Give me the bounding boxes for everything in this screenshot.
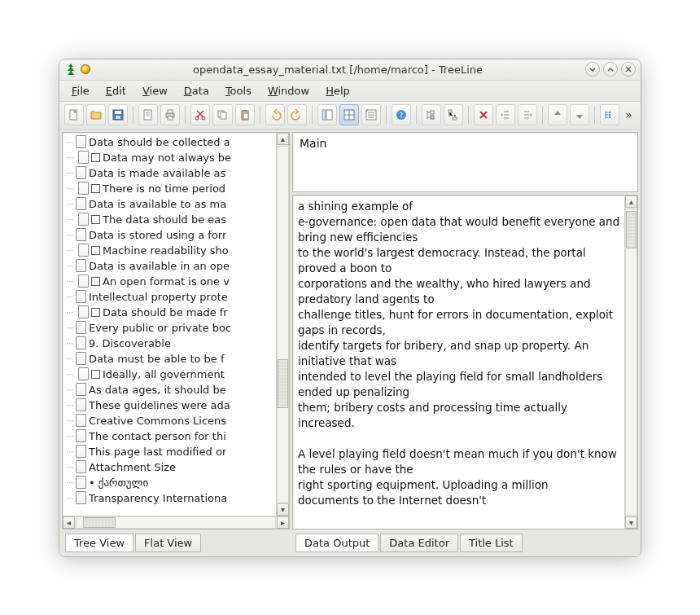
move-down-button[interactable] [570, 104, 589, 125]
pin-icon[interactable] [81, 64, 90, 74]
tree-row[interactable]: ⋯Data must be able to be f [66, 351, 274, 367]
tree-row[interactable]: ⋯Intellectual property prote [66, 289, 274, 305]
checkbox-icon [91, 308, 100, 317]
scroll-up-icon[interactable]: ▴ [277, 133, 289, 145]
scroll-down-icon[interactable]: ▾ [277, 503, 289, 516]
app-window: opendata_essay_material.txt [/home/marco… [59, 59, 641, 557]
tree-branch-icon: ⋯ [66, 150, 73, 165]
scroll-up-icon[interactable]: ▴ [625, 195, 637, 208]
tree-row[interactable]: ⋯Data is made available as [66, 165, 274, 181]
close-button[interactable] [621, 62, 636, 77]
tree-branch-icon: ⋯ [66, 181, 73, 196]
page-icon [76, 476, 86, 489]
tree-insert-sibling-button[interactable] [422, 104, 441, 125]
tree-row[interactable]: ⋯This page last modified or [66, 444, 274, 459]
indent-button[interactable] [518, 104, 537, 125]
menu-view[interactable]: View [135, 82, 175, 99]
scroll-right-icon[interactable]: ▸ [277, 516, 289, 529]
tree-row[interactable]: ⋯Machine readability sho [66, 243, 274, 258]
tree-row[interactable]: ⋯An open format is one v [66, 274, 274, 289]
tab-data-output[interactable]: Data Output [295, 534, 378, 552]
new-file-button[interactable] [64, 104, 84, 125]
tab-title-list[interactable]: Title List [460, 534, 523, 552]
tree-row[interactable]: ⋯Data is available to as ma [66, 196, 274, 212]
menu-file[interactable]: File [64, 82, 97, 99]
menu-help[interactable]: Help [318, 82, 357, 99]
menu-window[interactable]: Window [260, 82, 317, 99]
undo-button[interactable] [265, 104, 285, 125]
tree-row[interactable]: ⋯Data is available in an ope [66, 258, 274, 274]
tab-tree-view[interactable]: Tree View [65, 534, 133, 552]
scroll-left-icon[interactable]: ◂ [63, 516, 75, 529]
tree-row[interactable]: ⋯As data ages, it should be [66, 382, 274, 398]
configure-button[interactable] [600, 104, 619, 125]
cut-button[interactable] [190, 104, 210, 125]
minimize-button[interactable] [585, 62, 600, 77]
tree-horizontal-scrollbar[interactable]: ◂ ▸ [63, 516, 289, 529]
page-icon [78, 244, 89, 257]
tree-branch-icon: ⋯ [66, 413, 73, 428]
checkbox-icon [91, 370, 100, 379]
svg-rect-23 [431, 116, 434, 119]
scroll-thumb[interactable] [278, 359, 288, 408]
view-list-button[interactable] [361, 104, 381, 125]
scroll-thumb[interactable] [626, 211, 637, 248]
svg-rect-12 [221, 112, 226, 119]
page-icon [78, 182, 89, 195]
tree-row[interactable]: ⋯• ქართული [66, 475, 274, 490]
view-split-button[interactable] [339, 104, 359, 125]
scroll-track[interactable] [625, 209, 637, 516]
content-text[interactable]: a shining example of e-governance: open … [293, 195, 637, 529]
tree-row[interactable]: ⋯Transparency Internationa [66, 490, 274, 506]
tree-insert-child-button[interactable] [444, 104, 463, 125]
maximize-button[interactable] [603, 62, 618, 77]
tree-row[interactable]: ⋯The contact person for thi [66, 428, 274, 444]
svg-rect-14 [243, 110, 247, 112]
tree-row[interactable]: ⋯Data should be made fr [66, 305, 274, 320]
titlebar: opendata_essay_material.txt [/home/marco… [59, 59, 641, 81]
move-up-button[interactable] [548, 104, 567, 125]
tree-row[interactable]: ⋯There is no time period [66, 181, 274, 196]
scroll-down-icon[interactable]: ▾ [625, 516, 637, 529]
content-vertical-scrollbar[interactable]: ▴ ▾ [624, 195, 637, 529]
copy-button[interactable] [212, 104, 232, 125]
save-button[interactable] [108, 104, 128, 125]
tree-row[interactable]: ⋯Creative Commons Licens [66, 413, 274, 428]
paste-button[interactable] [235, 104, 255, 125]
open-file-button[interactable] [86, 104, 106, 125]
menu-edit[interactable]: Edit [98, 82, 133, 99]
toolbar-overflow-button[interactable]: » [622, 108, 636, 121]
tree-row[interactable]: ⋯Every public or private boc [66, 320, 274, 336]
tree-branch-icon: ⋯ [66, 289, 73, 305]
view-tree-button[interactable] [317, 104, 337, 125]
page-icon [76, 491, 86, 504]
tree-row[interactable]: ⋯9. Discoverable [66, 336, 274, 351]
tree-row[interactable]: ⋯Data should be collected a [66, 134, 274, 150]
tree-view[interactable]: ⋯Data should be collected a⋯Data may not… [63, 133, 289, 516]
tab-data-editor[interactable]: Data Editor [380, 534, 458, 552]
scroll-track[interactable] [76, 516, 276, 529]
delete-node-button[interactable] [474, 104, 493, 125]
svg-rect-5 [144, 110, 151, 120]
tree-row[interactable]: ⋯Attachment Size [66, 459, 274, 475]
tree-row[interactable]: ⋯Data is stored using a forr [66, 227, 274, 243]
tree-row[interactable]: ⋯Data may not always be [66, 150, 274, 165]
tree-row[interactable]: ⋯The data should be eas [66, 212, 274, 227]
tree-vertical-scrollbar[interactable]: ▴ ▾ [276, 133, 289, 516]
page-icon [76, 414, 86, 427]
tree-branch-icon: ⋯ [66, 258, 73, 274]
svg-point-28 [609, 116, 611, 119]
menu-tools[interactable]: Tools [218, 82, 259, 99]
scroll-track[interactable] [277, 146, 289, 503]
redo-button[interactable] [287, 104, 307, 125]
print-button[interactable] [160, 104, 180, 125]
menu-data[interactable]: Data [177, 82, 217, 99]
page-icon [76, 228, 86, 241]
help-button[interactable]: ? [392, 104, 411, 125]
tree-row[interactable]: ⋯These guidelines were ada [66, 398, 274, 413]
scroll-thumb[interactable] [83, 517, 116, 528]
tree-row[interactable]: ⋯Ideally, all government [66, 367, 274, 382]
outdent-button[interactable] [496, 104, 515, 125]
tab-flat-view[interactable]: Flat View [135, 534, 201, 552]
document-button[interactable] [138, 104, 158, 125]
